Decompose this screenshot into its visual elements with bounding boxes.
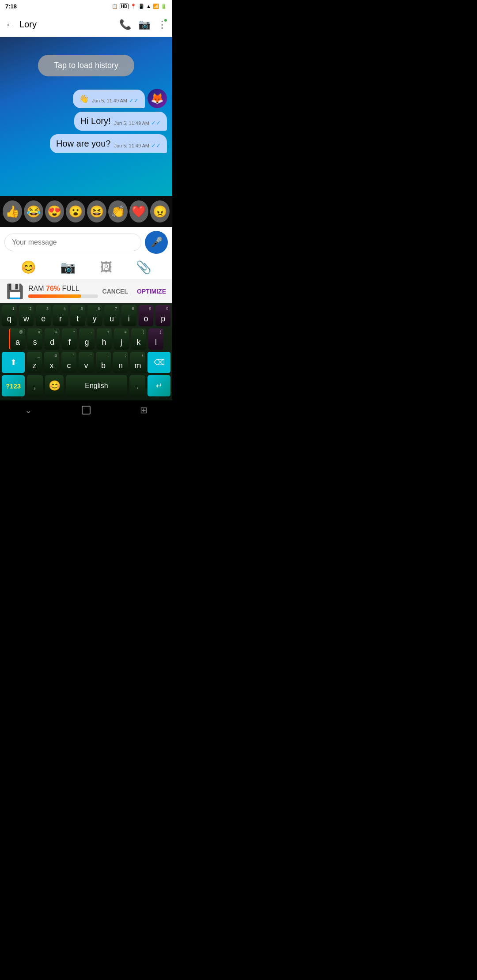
- delete-key[interactable]: ⌫: [148, 352, 170, 373]
- key-u[interactable]: 7u: [104, 305, 119, 326]
- toolbar: 😊 📷 🖼 📎: [0, 257, 172, 279]
- key-a[interactable]: @a: [9, 328, 25, 350]
- key-g[interactable]: -g: [79, 328, 94, 350]
- message-input[interactable]: [4, 234, 141, 251]
- message-meta-2: Jun 5, 11:49 AM ✓✓: [114, 120, 161, 126]
- key-c[interactable]: "c: [61, 352, 76, 373]
- key-t[interactable]: 5t: [70, 305, 85, 326]
- signal-icon: 📶: [153, 4, 159, 9]
- space-key[interactable]: English: [66, 375, 127, 396]
- key-p[interactable]: 0p: [155, 305, 170, 326]
- chat-title: Lory: [19, 19, 119, 30]
- quick-emoji-laugh[interactable]: 😂: [24, 200, 43, 222]
- message-row-1: 👋 Jun 5, 11:49 AM ✓✓ 🦊: [73, 89, 167, 108]
- key-q[interactable]: 1q: [2, 305, 17, 326]
- num-switch-key[interactable]: ?123: [2, 375, 25, 396]
- key-row-bottom: ?123 , 😊 English . ↵: [2, 375, 170, 396]
- optimize-button[interactable]: OPTIMIZE: [137, 288, 166, 295]
- message-bubble-2: Hi Lory! Jun 5, 11:49 AM ✓✓: [74, 112, 167, 131]
- ram-icon: 💾: [6, 283, 24, 300]
- vibrate-icon: 📳: [138, 4, 144, 9]
- key-s[interactable]: #s: [27, 328, 42, 350]
- quick-emoji-heart[interactable]: ❤️: [129, 200, 149, 222]
- message-bubble-3: How are you? Jun 5, 11:49 AM ✓✓: [50, 134, 167, 153]
- keyboard: 1q 2w 3e 4r 5t 6y 7u 8i 9o 0p @a #s &d *…: [0, 303, 172, 400]
- key-d[interactable]: &d: [45, 328, 60, 350]
- period-key[interactable]: .: [129, 375, 145, 396]
- nav-back-button[interactable]: ⌄: [25, 405, 32, 415]
- nav-menu-button[interactable]: ⊞: [140, 405, 148, 415]
- emoji-toolbar-button[interactable]: 😊: [21, 260, 36, 275]
- key-row-zxcv: ⬆ _z $x "c 'v :b ;n /m ⌫: [2, 352, 170, 373]
- input-area: 🎤: [0, 227, 172, 257]
- status-bar: 7:18 📋 HD 📍 📳 ▲ 📶 🔋: [0, 0, 172, 12]
- cancel-button[interactable]: CANCEL: [102, 288, 128, 295]
- header-actions: 📞 📷 ⋮: [119, 19, 167, 30]
- online-indicator: [163, 18, 168, 23]
- key-row-asdf: @a #s &d *f -g +h =j (k )l: [2, 328, 170, 350]
- key-z[interactable]: _z: [27, 352, 42, 373]
- quick-emoji-row: 👍 😂 😍 😮 😆 👏 ❤️ 😠: [0, 196, 172, 227]
- message-check-1: ✓✓: [129, 97, 139, 104]
- avatar-emoji: 🦊: [151, 92, 164, 105]
- key-k[interactable]: (k: [131, 328, 146, 350]
- key-row-qwerty: 1q 2w 3e 4r 5t 6y 7u 8i 9o 0p: [2, 305, 170, 326]
- message-text-3: How are you?: [56, 139, 110, 149]
- key-m[interactable]: /m: [130, 352, 145, 373]
- phone-call-button[interactable]: 📞: [119, 19, 131, 30]
- message-text-1: 👋: [79, 94, 89, 104]
- message-check-3: ✓✓: [151, 142, 161, 149]
- key-o[interactable]: 9o: [139, 305, 154, 326]
- quick-emoji-love[interactable]: 😍: [45, 200, 64, 222]
- quick-emoji-wow[interactable]: 😮: [66, 200, 85, 222]
- nav-home-button[interactable]: [82, 406, 91, 415]
- message-time-3: Jun 5, 11:49 AM: [114, 143, 150, 148]
- video-call-button[interactable]: 📷: [138, 19, 150, 30]
- ram-progress-bg: [28, 294, 98, 298]
- mic-button[interactable]: 🎤: [145, 231, 168, 254]
- camera-toolbar-button[interactable]: 📷: [60, 260, 76, 275]
- key-j[interactable]: =j: [114, 328, 129, 350]
- key-v[interactable]: 'v: [79, 352, 94, 373]
- wifi-icon: ▲: [146, 4, 151, 9]
- quick-emoji-wave[interactable]: 👏: [108, 200, 128, 222]
- key-f[interactable]: *f: [62, 328, 77, 350]
- message-meta-1: Jun 5, 11:49 AM ✓✓: [92, 97, 139, 104]
- header: ← Lory 📞 📷 ⋮: [0, 12, 172, 37]
- nav-bar: ⌄ ⊞: [0, 400, 172, 422]
- ram-info: RAM 76% FULL: [28, 285, 98, 298]
- message-time-2: Jun 5, 11:49 AM: [114, 121, 150, 126]
- key-r[interactable]: 4r: [53, 305, 68, 326]
- key-l[interactable]: )l: [148, 328, 163, 350]
- key-b[interactable]: :b: [96, 352, 111, 373]
- key-h[interactable]: +h: [97, 328, 112, 350]
- more-options-button[interactable]: ⋮: [157, 19, 167, 30]
- quick-emoji-grin[interactable]: 😆: [87, 200, 106, 222]
- location-icon: 📍: [130, 4, 136, 9]
- key-i[interactable]: 8i: [121, 305, 136, 326]
- key-y[interactable]: 6y: [87, 305, 102, 326]
- key-n[interactable]: ;n: [113, 352, 128, 373]
- image-toolbar-button[interactable]: 🖼: [100, 260, 112, 275]
- key-w[interactable]: 2w: [19, 305, 34, 326]
- key-x[interactable]: $x: [44, 352, 59, 373]
- key-e[interactable]: 3e: [36, 305, 51, 326]
- back-button[interactable]: ←: [5, 19, 15, 30]
- mic-icon: 🎤: [151, 237, 163, 248]
- emoji-key[interactable]: 😊: [45, 375, 64, 396]
- chat-area: Tap to load history 👋 Jun 5, 11:49 AM ✓✓…: [0, 37, 172, 196]
- status-time: 7:18: [5, 3, 17, 10]
- status-icons: 📋 HD 📍 📳 ▲ 📶 🔋: [112, 4, 167, 9]
- attach-toolbar-button[interactable]: 📎: [136, 260, 151, 275]
- ram-bar: 💾 RAM 76% FULL CANCEL OPTIMIZE: [0, 279, 172, 303]
- shift-key[interactable]: ⬆: [2, 352, 25, 373]
- quick-emoji-thumbsup[interactable]: 👍: [3, 200, 22, 222]
- clipboard-icon: 📋: [112, 4, 118, 9]
- enter-key[interactable]: ↵: [148, 375, 170, 396]
- load-history-button[interactable]: Tap to load history: [38, 55, 134, 76]
- comma-key[interactable]: ,: [27, 375, 43, 396]
- message-bubble-1: 👋 Jun 5, 11:49 AM ✓✓: [73, 90, 145, 108]
- quick-emoji-angry[interactable]: 😠: [150, 200, 170, 222]
- hd-icon: HD: [120, 4, 129, 9]
- ram-text: RAM 76% FULL: [28, 285, 98, 293]
